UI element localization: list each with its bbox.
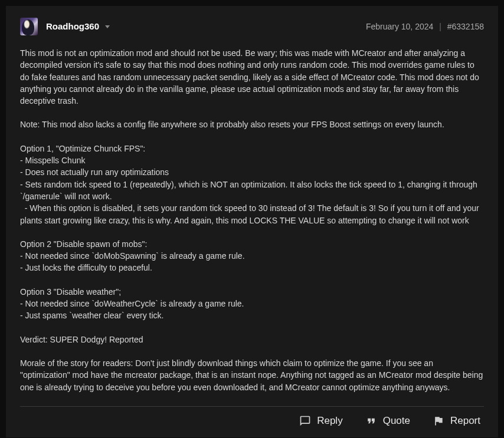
opt1-line: - Misspells Chunk bbox=[20, 154, 484, 166]
opt2-title: Option 2 "Disable spawn of mobs": bbox=[20, 238, 484, 250]
opt1-line: - Does not actually run any optimization… bbox=[20, 166, 484, 178]
opt3-line: - Not needed since `doWeatherCycle` is a… bbox=[20, 298, 484, 309]
chevron-down-icon[interactable] bbox=[105, 25, 110, 28]
opt3-line: - Just spams `weather clear` every tick. bbox=[20, 309, 484, 321]
opt3-title: Option 3 "Disable weather"; bbox=[20, 286, 484, 298]
report-button[interactable]: Report bbox=[433, 415, 480, 427]
opt2-line: - Just locks the difficulty to peaceful. bbox=[20, 262, 484, 274]
forum-post: Roadhog360 February 10, 2024 | #6332158 … bbox=[6, 6, 498, 437]
username[interactable]: Roadhog360 bbox=[46, 21, 99, 31]
option-2: Option 2 "Disable spawn of mobs": - Not … bbox=[20, 238, 484, 274]
meta-separator: | bbox=[439, 22, 441, 31]
body-note: Note: This mod also lacks a config file … bbox=[20, 118, 484, 130]
post-id[interactable]: #6332158 bbox=[447, 22, 484, 31]
morale: Morale of the story for readers: Don't j… bbox=[20, 357, 484, 393]
avatar[interactable] bbox=[20, 18, 38, 35]
reply-button[interactable]: Reply bbox=[299, 415, 342, 427]
post-body: This mod is not an optimization mod and … bbox=[20, 47, 484, 393]
author-block[interactable]: Roadhog360 bbox=[46, 21, 110, 32]
post-actions: Reply Quote Report bbox=[20, 415, 484, 427]
body-intro: This mod is not an optimization mod and … bbox=[20, 47, 484, 107]
opt2-line: - Not needed since `doMobSpawning` is al… bbox=[20, 250, 484, 262]
post-meta: February 10, 2024 | #6332158 bbox=[366, 22, 484, 31]
quote-button[interactable]: Quote bbox=[365, 415, 410, 427]
opt1-line: - Sets random tick speed to 1 (repeatedl… bbox=[20, 179, 484, 203]
report-label: Report bbox=[450, 415, 480, 427]
post-header: Roadhog360 February 10, 2024 | #6332158 bbox=[20, 18, 484, 35]
opt1-title: Option 1, "Optimize Chunck FPS": bbox=[20, 143, 484, 154]
reply-icon bbox=[299, 415, 311, 427]
verdict: Verdict: SUPER Dodgy! Reported bbox=[20, 334, 484, 345]
post-date: February 10, 2024 bbox=[366, 22, 433, 31]
divider bbox=[20, 406, 484, 407]
quote-icon bbox=[365, 415, 377, 427]
flag-icon bbox=[433, 415, 444, 427]
option-1: Option 1, "Optimize Chunck FPS": - Missp… bbox=[20, 143, 484, 226]
opt1-line: - When this option is disabled, it sets … bbox=[20, 202, 484, 226]
option-3: Option 3 "Disable weather"; - Not needed… bbox=[20, 286, 484, 322]
quote-label: Quote bbox=[383, 415, 410, 427]
reply-label: Reply bbox=[317, 415, 342, 427]
